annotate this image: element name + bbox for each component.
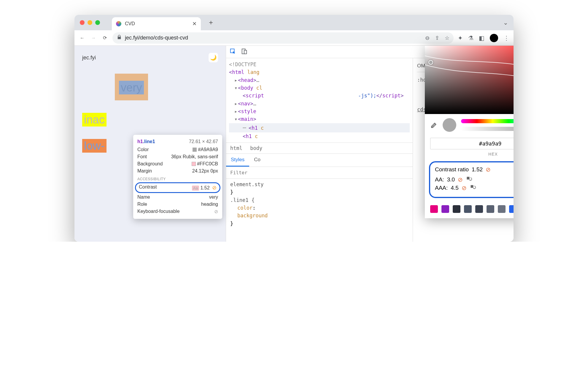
dom-tree[interactable]: <!DOCTYPE <html lang ▸<head>… ▾<body cl … (226, 58, 413, 143)
inspect-tooltip: h1.line1 72.61 × 42.67 Color#A9A9A9 Font… (133, 135, 222, 219)
tab-close-button[interactable]: ✕ (192, 20, 197, 27)
hue-slider[interactable] (461, 119, 514, 123)
selected-dom-node[interactable]: ⋯<h1 c (229, 123, 410, 132)
contrast-ratio-panel: Contrast ratio 1.52 ⊘ ⌃ AA: 3.0 ⊘ AAA: 4… (429, 161, 514, 198)
palette-swatch[interactable] (509, 205, 514, 213)
aaa-fail-icon: ⊘ (462, 184, 467, 192)
bg-swatch-icon (192, 162, 196, 166)
palette-swatch[interactable] (487, 205, 494, 213)
palette-swatch[interactable] (464, 205, 472, 213)
favicon-icon (116, 21, 121, 26)
hex-row: ▴▾ (425, 136, 514, 152)
not-focusable-icon: ⊘ (214, 209, 218, 214)
content-area: jec.fyi 🌙 very inac low- h1.line1 72.61 … (74, 46, 514, 242)
site-label: jec.fyi (82, 55, 96, 61)
tooltip-tag: h1 (137, 139, 143, 144)
svg-rect-2 (244, 50, 247, 54)
tab-styles[interactable]: Styles (226, 154, 249, 167)
block-low-contrast[interactable]: low- (82, 139, 107, 153)
color-palette: ▴▾ (425, 202, 514, 218)
color-swatch-icon (193, 148, 197, 152)
palette-swatch[interactable] (498, 205, 506, 213)
styles-filter-input[interactable] (226, 167, 413, 178)
dom-breadcrumb[interactable]: html body (226, 143, 413, 154)
browser-toolbar: ← → ⟳ jec.fyi/demo/cds-quest-cvd ⊖ ⇪ ☆ ✦… (74, 30, 514, 46)
tab-title: CVD (125, 21, 189, 26)
tab-list-button[interactable]: ⌄ (503, 19, 508, 26)
aa-suggest-icon[interactable] (466, 176, 472, 183)
current-color-swatch (443, 118, 456, 132)
extensions-icon[interactable]: ✦ (458, 34, 463, 42)
tab-computed[interactable]: Co (249, 154, 265, 167)
url-text: jec.fyi/demo/cds-quest-cvd (125, 35, 188, 41)
window-controls (80, 20, 100, 25)
reload-button[interactable]: ⟳ (101, 34, 108, 42)
hex-input[interactable] (430, 138, 514, 149)
color-gradient-area[interactable] (425, 46, 514, 114)
contrast-title: Contrast ratio (435, 166, 469, 173)
labs-icon[interactable]: ⚗ (468, 34, 473, 42)
inspect-element-icon[interactable] (230, 48, 236, 56)
css-rules[interactable]: element.sty } .line1 { color: background… (226, 179, 413, 229)
page-header: jec.fyi 🌙 (82, 53, 218, 62)
share-icon[interactable]: ⇪ (435, 35, 439, 41)
maximize-window-button[interactable] (95, 20, 100, 25)
palette-swatch[interactable] (475, 205, 483, 213)
toolbar-extensions: ✦ ⚗ ◧ ⋮ (458, 34, 509, 42)
minimize-window-button[interactable] (88, 20, 92, 25)
alpha-slider[interactable] (461, 127, 514, 131)
palette-swatch[interactable] (441, 205, 449, 213)
devtools-elements-column: <!DOCTYPE <html lang ▸<head>… ▾<body cl … (226, 58, 413, 242)
back-button[interactable]: ← (79, 34, 86, 42)
urlbar-actions: ⊖ ⇪ ☆ (425, 35, 449, 41)
sidepanel-icon[interactable]: ◧ (479, 34, 484, 42)
svg-rect-4 (471, 185, 473, 188)
page-preview: jec.fyi 🌙 very inac low- h1.line1 72.61 … (74, 46, 226, 242)
lock-icon (117, 34, 122, 41)
hex-label: HEX (425, 152, 514, 160)
device-toolbar-icon[interactable] (241, 48, 247, 56)
browser-tab[interactable]: CVD ✕ (112, 17, 201, 30)
address-bar[interactable]: jec.fyi/demo/cds-quest-cvd ⊖ ⇪ ☆ (112, 32, 454, 44)
eyedropper-icon[interactable] (430, 121, 438, 129)
block-inaccessible[interactable]: inac (82, 113, 107, 126)
profile-avatar[interactable] (490, 34, 498, 42)
color-cursor-icon[interactable] (428, 60, 433, 65)
palette-swatch[interactable] (453, 205, 460, 213)
tooltip-dimensions: 72.61 × 42.67 (189, 139, 218, 144)
palette-swatch[interactable] (430, 205, 438, 213)
browser-window: CVD ✕ + ⌄ ← → ⟳ jec.fyi/demo/cds-quest-c… (74, 15, 514, 242)
kebab-menu-icon[interactable]: ⋮ (503, 34, 509, 42)
titlebar: CVD ✕ + ⌄ (74, 15, 514, 30)
warning-icon: ⊘ (212, 185, 217, 191)
fail-icon: ⊘ (486, 166, 491, 173)
styles-tabs: Styles Co (226, 154, 413, 167)
contrast-aa-badge: Aa (192, 186, 199, 191)
devtools-panel: ⚙ ⋮ ✕ <!DOCTYPE <html lang ▸<head>… ▾<bo… (226, 46, 514, 242)
aaa-suggest-icon[interactable] (470, 185, 476, 192)
aa-fail-icon: ⊘ (458, 176, 463, 183)
contrast-row-highlight: Contrast Aa 1.52 ⊘ (135, 182, 220, 193)
close-window-button[interactable] (80, 20, 85, 25)
tooltip-class: .line1 (143, 139, 155, 144)
contrast-value: 1.52 (472, 166, 483, 173)
zoom-out-icon[interactable]: ⊖ (425, 35, 430, 41)
picker-controls (425, 114, 514, 136)
a11y-section-label: ACCESSIBILITY (133, 175, 222, 182)
contrast-curves-icon (425, 46, 514, 114)
forward-button[interactable]: → (90, 34, 97, 42)
bookmark-icon[interactable]: ☆ (445, 35, 449, 41)
color-picker: ▴▾ HEX Contrast ratio 1.52 ⊘ ⌃ AA: 3.0 ⊘ (425, 46, 514, 218)
filter-row (226, 167, 413, 179)
new-tab-button[interactable]: + (206, 18, 216, 27)
svg-rect-3 (467, 177, 470, 179)
dark-mode-toggle[interactable]: 🌙 (209, 53, 218, 62)
block-very[interactable]: very (115, 74, 148, 100)
